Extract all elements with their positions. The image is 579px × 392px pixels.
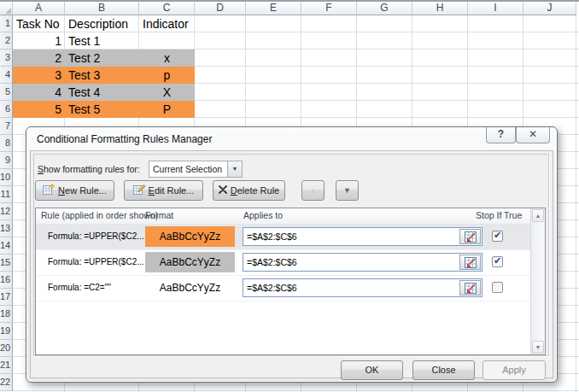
delete-rule-x-icon (219, 185, 227, 196)
close-button[interactable]: Close (412, 360, 475, 380)
cell-B3[interactable]: Test 2 (65, 50, 139, 67)
applies-to-field[interactable]: =$A$2:$C$6 (243, 253, 482, 272)
new-rule-button[interactable]: New Rule... (35, 180, 114, 201)
column-header-E[interactable]: E (246, 2, 301, 15)
applies-to-value: =$A$2:$C$6 (247, 228, 297, 245)
row-header-1[interactable]: 1 (0, 15, 13, 32)
scope-dropdown[interactable]: Current Selection ▼ (149, 161, 243, 178)
row-header-18[interactable]: 18 (0, 306, 13, 323)
cell-A1[interactable]: Task No (13, 15, 65, 32)
column-header-C[interactable]: C (139, 2, 195, 15)
new-rule-label: New Rule... (58, 185, 107, 196)
column-header-D[interactable]: D (195, 2, 246, 15)
header-format: Format (145, 208, 173, 223)
row-header-21[interactable]: 21 (0, 357, 13, 374)
apply-button[interactable]: Apply (482, 360, 546, 380)
edit-rule-button[interactable]: Edit Rule... (124, 180, 203, 201)
checkmark-icon: ✔ (493, 256, 502, 266)
help-icon[interactable]: ? (486, 127, 516, 143)
cell-B5[interactable]: Test 4 (65, 84, 139, 101)
row-header-2[interactable]: 2 (0, 32, 13, 50)
row-header-4[interactable]: 4 (0, 67, 13, 84)
rule-format-preview[interactable]: AaBbCcYyZz (145, 252, 235, 272)
edit-rule-icon (133, 184, 145, 197)
rules-list-header: Rule (applied in order shown) Format App… (36, 208, 545, 225)
rules-list: Rule (applied in order shown) Format App… (35, 208, 546, 355)
rule-formula-label: Formula: =C2="" (48, 275, 144, 301)
row-header-3[interactable]: 3 (0, 50, 13, 67)
cell-A5[interactable]: 4 (13, 84, 65, 101)
delete-rule-button[interactable]: Delete Rule (213, 180, 285, 201)
rule-formula-label: Formula: =UPPER($C2... (48, 249, 144, 275)
range-selector-icon[interactable] (459, 255, 481, 270)
row-header-17[interactable]: 17 (0, 289, 13, 306)
cell-A6[interactable]: 5 (13, 101, 65, 118)
stop-if-true-checkbox[interactable]: ✔ (492, 256, 503, 267)
range-selector-icon[interactable] (459, 280, 481, 295)
row-header-12[interactable]: 12 (0, 203, 13, 220)
dialog-title: Conditional Formatting Rules Manager (37, 133, 212, 145)
row-header-7[interactable]: 7 (0, 118, 13, 135)
row-header-16[interactable]: 16 (0, 272, 13, 289)
cell-C5[interactable]: X (139, 84, 195, 101)
column-header-F[interactable]: F (301, 2, 357, 15)
row-header-6[interactable]: 6 (0, 101, 13, 118)
rules-list-scrollbar[interactable]: ▲ ▼ (530, 208, 545, 354)
rule-format-preview[interactable]: AaBbCcYyZz (145, 226, 235, 247)
select-all-corner[interactable] (0, 2, 13, 15)
rule-formula-label: Formula: =UPPER($C2... (48, 224, 144, 249)
move-rule-down-button[interactable]: ▼ (336, 180, 359, 201)
rule-row[interactable]: Formula: =UPPER($C2...AaBbCcYyZz=$A$2:$C… (36, 249, 530, 276)
rule-row[interactable]: Formula: =UPPER($C2...AaBbCcYyZz=$A$2:$C… (36, 224, 530, 250)
edit-rule-label: Edit Rule... (149, 185, 195, 196)
stop-if-true-checkbox[interactable]: ✔ (492, 231, 503, 242)
cell-A4[interactable]: 3 (13, 67, 65, 84)
conditional-formatting-rules-manager-dialog: Conditional Formatting Rules Manager ? ✕… (26, 126, 558, 383)
range-selector-icon[interactable] (459, 229, 481, 244)
column-header-B[interactable]: B (65, 2, 139, 15)
row-header-8[interactable]: 8 (0, 135, 13, 152)
cell-C3[interactable]: x (139, 50, 195, 67)
cell-B4[interactable]: Test 3 (65, 67, 139, 84)
column-header-G[interactable]: G (357, 2, 412, 15)
scope-dropdown-value: Current Selection (153, 161, 226, 177)
row-header-10[interactable]: 10 (0, 169, 13, 186)
column-header-I[interactable]: I (468, 2, 523, 15)
row-header-19[interactable]: 19 (0, 323, 13, 340)
column-header-A[interactable]: A (13, 2, 65, 15)
cell-C1[interactable]: Indicator (139, 15, 195, 32)
cell-C6[interactable]: P (139, 101, 195, 118)
cell-A2[interactable]: 1 (13, 32, 65, 50)
cell-A3[interactable]: 2 (13, 50, 65, 67)
chevron-down-icon[interactable]: ▼ (227, 161, 242, 177)
cell-B2[interactable]: Test 1 (65, 32, 139, 50)
row-header-20[interactable]: 20 (0, 340, 13, 357)
row-header-9[interactable]: 9 (0, 152, 13, 169)
row-header-13[interactable]: 13 (0, 220, 13, 237)
row-header-15[interactable]: 15 (0, 255, 13, 272)
stop-if-true-checkbox[interactable] (492, 282, 503, 293)
close-icon[interactable]: ✕ (516, 127, 550, 143)
column-header-J[interactable]: J (523, 2, 576, 15)
cell-B6[interactable]: Test 5 (65, 101, 139, 118)
new-rule-icon (43, 184, 55, 197)
row-header-11[interactable]: 11 (0, 186, 13, 203)
scroll-up-icon[interactable]: ▲ (532, 209, 544, 222)
applies-to-field[interactable]: =$A$2:$C$6 (243, 227, 482, 246)
header-stop-if-true: Stop If True (476, 208, 522, 223)
row-header-14[interactable]: 14 (0, 237, 13, 255)
ok-button[interactable]: OK (341, 360, 403, 380)
scroll-down-icon[interactable]: ▼ (532, 341, 544, 354)
applies-to-value: =$A$2:$C$6 (247, 254, 297, 271)
move-rule-up-button[interactable]: ▲ (301, 180, 325, 201)
row-header-22[interactable]: 22 (0, 374, 13, 391)
rule-format-preview[interactable]: AaBbCcYyZz (145, 278, 235, 298)
cell-C4[interactable]: p (139, 67, 195, 84)
rule-row[interactable]: Formula: =C2=""AaBbCcYyZz=$A$2:$C$6 (36, 275, 530, 301)
column-header-H[interactable]: H (412, 2, 468, 15)
applies-to-field[interactable]: =$A$2:$C$6 (243, 278, 482, 297)
row-header-5[interactable]: 5 (0, 84, 13, 101)
cell-B1[interactable]: Description (65, 15, 139, 32)
header-rule: Rule (applied in order shown) (41, 208, 158, 223)
show-rules-for-label: Show formatting rules for: (38, 164, 140, 174)
